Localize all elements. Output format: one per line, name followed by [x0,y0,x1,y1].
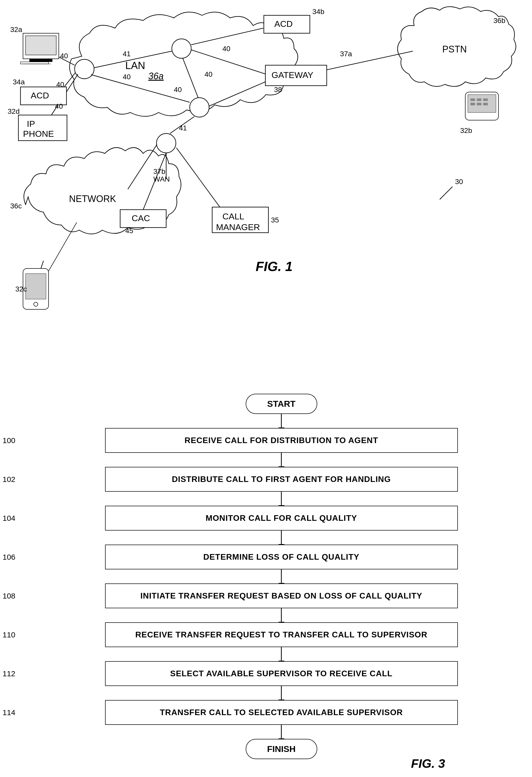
svg-rect-67 [477,103,482,105]
svg-text:34b: 34b [312,8,324,16]
fig3-diagram: START 100 RECEIVE CALL FOR DISTRIBUTION … [0,378,532,777]
svg-text:45: 45 [125,227,133,235]
svg-text:36b: 36b [494,17,505,24]
svg-text:30: 30 [455,178,463,186]
step-100-text: RECEIVE CALL FOR DISTRIBUTION TO AGENT [185,436,378,445]
svg-line-11 [191,50,266,74]
pstn-cloud: PSTN [398,7,516,86]
network-cloud: NETWORK [24,147,181,234]
svg-text:FIG. 1: FIG. 1 [256,259,293,274]
svg-text:37b: 37b [153,168,166,176]
svg-text:40: 40 [56,81,64,89]
arrow-2 [281,492,282,506]
svg-rect-38 [20,87,67,105]
arrow-0 [281,414,282,428]
svg-text:40: 40 [174,86,182,94]
svg-line-12 [183,58,198,98]
step-114-box: TRANSFER CALL TO SELECTED AVAILABLE SUPE… [105,700,458,725]
svg-rect-49 [212,207,269,233]
svg-text:32a: 32a [10,25,22,33]
start-label: START [267,399,296,409]
svg-text:40: 40 [55,102,63,110]
step-108-box: INITIATE TRANSFER REQUEST BASED ON LOSS … [105,583,458,608]
svg-rect-61 [465,92,499,120]
svg-line-8 [52,54,75,65]
step-100-box: RECEIVE CALL FOR DISTRIBUTION TO AGENT [105,428,458,453]
step-102-num: 102 [3,475,15,484]
start-terminal: START [246,394,317,414]
arrow-3 [281,531,282,545]
svg-text:PSTN: PSTN [442,44,467,54]
svg-line-9 [56,73,75,97]
svg-line-16 [191,28,263,45]
svg-text:ACD: ACD [274,19,293,29]
svg-rect-56 [25,36,56,55]
svg-text:32c: 32c [15,285,27,293]
svg-text:40: 40 [60,52,68,60]
svg-text:40: 40 [222,45,230,53]
arrow-4 [281,569,282,583]
svg-line-14 [170,117,194,133]
svg-text:ACD: ACD [31,91,49,100]
svg-line-19 [128,144,157,189]
svg-text:41: 41 [123,50,131,58]
arrow-8 [281,725,282,739]
step-110-num: 110 [3,631,15,639]
svg-text:32b: 32b [460,127,472,134]
svg-text:WAN: WAN [153,175,170,183]
svg-text:CAC: CAC [132,213,150,223]
svg-text:36c: 36c [10,202,22,210]
svg-rect-35 [265,65,327,86]
step-108-text: INITIATE TRANSFER REQUEST BASED ON LOSS … [140,591,422,600]
svg-line-54 [143,153,166,210]
svg-point-6 [190,98,209,117]
svg-rect-55 [23,33,59,59]
step-112-box: SELECT AVAILABLE SUPERVISOR TO RECEIVE C… [105,661,458,686]
svg-rect-58 [20,62,48,64]
svg-text:IP: IP [27,119,35,129]
step-114-text: TRANSFER CALL TO SELECTED AVAILABLE SUPE… [160,708,403,717]
step-106-wrapper: 106 DETERMINE LOSS OF CALL QUALITY [31,545,532,569]
svg-text:LAN: LAN [125,60,145,71]
step-110-box: RECEIVE TRANSFER REQUEST TO TRANSFER CAL… [105,622,458,647]
step-104-wrapper: 104 MONITOR CALL FOR CALL QUALITY [31,506,532,531]
arrow-6 [281,647,282,661]
svg-line-10 [94,51,172,68]
arrow-7 [281,686,282,700]
arrow-1 [281,453,282,467]
svg-text:40: 40 [123,73,131,81]
svg-rect-70 [23,268,48,309]
step-106-box: DETERMINE LOSS OF CALL QUALITY [105,545,458,569]
finish-terminal: FINISH [246,739,317,759]
step-108-num: 108 [3,592,15,600]
step-112-wrapper: 112 SELECT AVAILABLE SUPERVISOR TO RECEI… [31,661,532,686]
step-102-text: DISTRIBUTE CALL TO FIRST AGENT FOR HANDL… [172,474,391,484]
svg-text:38: 38 [274,86,282,94]
step-100-num: 100 [3,436,15,445]
svg-line-20 [45,74,78,125]
step-110-text: RECEIVE TRANSFER REQUEST TO TRANSFER CAL… [135,630,427,639]
finish-label: FINISH [267,744,296,754]
svg-text:34a: 34a [13,78,25,86]
step-104-text: MONITOR CALL FOR CALL QUALITY [206,514,357,523]
flowchart: START 100 RECEIVE CALL FOR DISTRIBUTION … [31,394,532,759]
step-106-num: 106 [3,553,15,561]
svg-rect-32 [264,15,310,33]
step-104-box: MONITOR CALL FOR CALL QUALITY [105,506,458,531]
step-110-wrapper: 110 RECEIVE TRANSFER REQUEST TO TRANSFER… [31,622,532,647]
step-104-num: 104 [3,514,15,523]
arrow-5 [281,608,282,622]
step-112-text: SELECT AVAILABLE SUPERVISOR TO RECEIVE C… [170,669,393,678]
svg-rect-71 [25,273,46,299]
svg-line-17 [307,51,413,74]
svg-line-79 [440,187,452,199]
fig3-title: FIG. 3 [0,757,445,771]
svg-text:GATEWAY: GATEWAY [272,70,313,80]
step-114-num: 114 [3,708,15,717]
svg-rect-46 [120,210,166,228]
step-102-box: DISTRIBUTE CALL TO FIRST AGENT FOR HANDL… [105,467,458,492]
step-100-wrapper: 100 RECEIVE CALL FOR DISTRIBUTION TO AGE… [31,428,532,453]
svg-line-53 [177,148,220,207]
svg-text:37a: 37a [340,50,352,58]
svg-rect-65 [483,98,488,101]
